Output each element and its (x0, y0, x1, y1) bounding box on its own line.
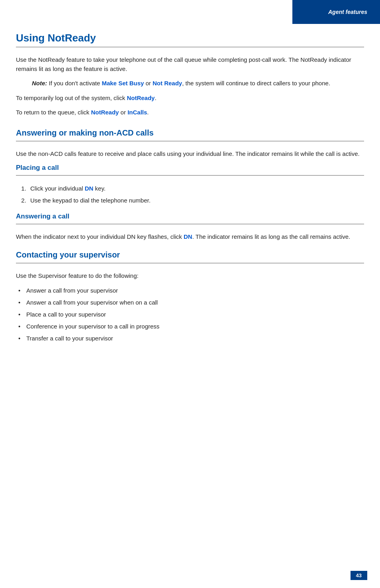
step-1: Click your individual DN key. (28, 184, 364, 193)
dn-link-step1[interactable]: DN (85, 185, 94, 192)
notready-body2: To temporarily log out of the system, cl… (16, 94, 364, 103)
placing-call-steps: Click your individual DN key. Use the ke… (28, 184, 364, 205)
non-acd-body1: Use the non-ACD calls feature to receive… (16, 149, 364, 159)
notready-body3-end: . (147, 109, 149, 116)
subsection-answering-call: Answering a call When the indicator next… (16, 212, 364, 242)
content-area: Using NotReady Use the NotReady feature … (0, 24, 380, 378)
step1-end: key. (93, 185, 106, 192)
make-set-busy-link[interactable]: Make Set Busy (102, 80, 144, 87)
step-2: Use the keypad to dial the telephone num… (28, 196, 364, 205)
section-supervisor: Contacting your supervisor Use the Super… (16, 250, 364, 344)
note-end: , the system will continue to direct cal… (182, 80, 330, 87)
divider-supervisor (16, 263, 364, 264)
notready-link1[interactable]: NotReady (127, 94, 155, 101)
bullet-item-1: Answer a call from your supervisor (24, 286, 364, 295)
section-non-acd: Answering or making non-ACD calls Use th… (16, 128, 364, 242)
step1-pre: Click your individual (30, 185, 85, 192)
notready-link2[interactable]: NotReady (91, 109, 119, 116)
divider-placing-call (16, 175, 364, 176)
heading-answering-call: Answering a call (16, 212, 364, 220)
bullet-item-5: Transfer a call to your supervisor (24, 334, 364, 343)
notready-body1: Use the NotReady feature to take your te… (16, 55, 364, 73)
divider-notready (16, 47, 364, 47)
not-ready-link[interactable]: Not Ready (153, 80, 182, 87)
heading-using-notready: Using NotReady (16, 32, 364, 44)
dn-link-answering[interactable]: DN (184, 233, 192, 240)
bullet-item-2: Answer a call from your supervisor when … (24, 298, 364, 307)
supervisor-bullet-list: Answer a call from your supervisor Answe… (24, 286, 364, 343)
bullet-item-3: Place a call to your supervisor (24, 310, 364, 319)
heading-placing-call: Placing a call (16, 164, 364, 172)
header-title: Agent features (328, 9, 367, 15)
note-label: Note: (32, 80, 47, 87)
divider-non-acd (16, 141, 364, 142)
note-mid: or (144, 80, 153, 87)
subsection-placing-call: Placing a call Click your individual DN … (16, 164, 364, 205)
answering-call-body: When the indicator next to your individu… (16, 232, 364, 242)
notready-body3-mid: or (119, 109, 127, 116)
notready-body3: To return to the queue, click NotReady o… (16, 108, 364, 117)
notready-note: Note: If you don't activate Make Set Bus… (32, 79, 364, 88)
notready-body3-pre: To return to the queue, click (16, 109, 91, 116)
header-accent-bar: Agent features (292, 0, 380, 24)
notready-body2-pre: To temporarily log out of the system, cl… (16, 94, 127, 101)
bullet-item-4: Conference in your supervisor to a call … (24, 322, 364, 331)
incalls-link[interactable]: InCalls (127, 109, 147, 116)
note-text: If you don't activate (47, 80, 102, 87)
heading-non-acd: Answering or making non-ACD calls (16, 128, 364, 138)
answering-body-pre: When the indicator next to your individu… (16, 233, 184, 240)
step2-text: Use the keypad to dial the telephone num… (30, 197, 151, 204)
section-using-notready: Using NotReady Use the NotReady feature … (16, 32, 364, 117)
answering-body-end: . The indicator remains lit as long as t… (192, 233, 351, 240)
divider-answering-call (16, 224, 364, 224)
notready-body2-end: . (155, 94, 156, 101)
heading-supervisor: Contacting your supervisor (16, 250, 364, 260)
supervisor-intro: Use the Supervisor feature to do the fol… (16, 271, 364, 281)
page-number: 43 (351, 571, 367, 580)
